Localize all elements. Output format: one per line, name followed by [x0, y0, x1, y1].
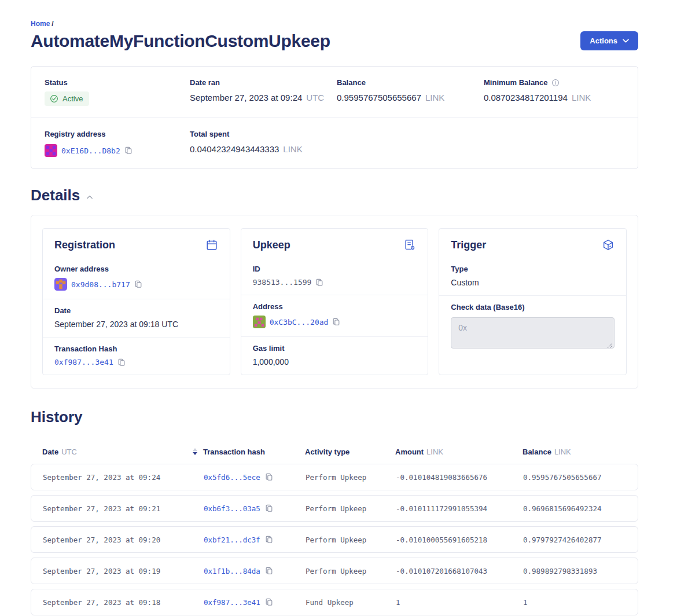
history-table-header: Date UTC Transaction hash Activity type … [31, 447, 638, 456]
total-spent-value: 0.04042324943443333 [190, 144, 279, 154]
collapse-details-button[interactable] [86, 194, 94, 200]
chevron-down-icon [623, 39, 629, 43]
copy-icon[interactable] [117, 358, 126, 366]
copy-icon[interactable] [265, 536, 273, 544]
breadcrumb-home-link[interactable]: Home [31, 20, 50, 28]
row-hash-link[interactable]: 0x1f1b...84da [204, 567, 260, 575]
copy-icon[interactable] [134, 280, 142, 288]
trigger-card: Trigger Type Custom Check data (Base16) [439, 228, 627, 375]
registration-date-value: September 27, 2023 at 09:18 UTC [54, 320, 178, 329]
row-amount: 1 [396, 598, 400, 607]
gas-limit-label: Gas limit [253, 344, 417, 353]
row-activity: Perform Upkeep [306, 536, 366, 544]
min-balance-unit: LINK [572, 93, 591, 102]
gas-limit-field: Gas limit 1,000,000 [241, 336, 428, 375]
cube-icon [602, 239, 615, 251]
actions-button[interactable]: Actions [580, 31, 638, 50]
row-date: September 27, 2023 at 09:24 [43, 473, 160, 482]
row-activity: Fund Upkeep [306, 598, 354, 607]
col-amount-suffix: LINK [426, 448, 443, 456]
registration-date-label: Date [54, 306, 218, 315]
upkeep-detail-page: Home/ AutomateMyFunctionCustomUpkeep Act… [0, 0, 699, 616]
col-date-suffix: UTC [61, 448, 77, 456]
owner-address-field: Owner address 0x9d08...b717 [43, 258, 230, 299]
row-amount: -0.010104819083665676 [396, 473, 487, 482]
table-row: September 27, 2023 at 09:19 0x1f1b...84d… [31, 558, 638, 584]
status-badge-text: Active [62, 94, 83, 103]
transaction-hash-field: Transaction Hash 0xf987...3e41 [43, 337, 230, 375]
row-amount: -0.010111172991055394 [396, 504, 487, 513]
breadcrumb-separator: / [51, 20, 53, 28]
row-amount: -0.010107201668107043 [396, 567, 487, 575]
row-balance: 0.9696815696492324 [523, 504, 601, 513]
row-hash-link[interactable]: 0xbf21...dc3f [204, 536, 260, 544]
actions-button-label: Actions [590, 36, 617, 45]
col-activity-label: Activity type [305, 448, 350, 456]
total-spent-label: Total spent [190, 130, 337, 138]
row-amount: -0.010100055691605218 [396, 536, 487, 544]
upkeep-id-value: 938513...1599 [253, 278, 312, 287]
upkeep-address-label: Address [253, 302, 417, 311]
row-hash-link[interactable]: 0xb6f3...03a5 [204, 504, 260, 513]
copy-icon[interactable] [265, 473, 273, 481]
min-balance-field: Minimum Balance 0.0870234817201194LINK [484, 78, 638, 106]
sort-up-icon [193, 448, 197, 451]
col-balance-suffix: LINK [554, 448, 571, 456]
owner-address-label: Owner address [54, 265, 218, 273]
row-hash-link[interactable]: 0xf987...3e41 [204, 598, 260, 607]
upkeep-card: Upkeep ID 938513...1599 Address 0xC3bC..… [241, 228, 429, 375]
copy-icon[interactable] [124, 146, 133, 155]
registration-card: Registration Owner address 0x9d08...b717… [42, 228, 230, 375]
upkeep-address-identicon [253, 316, 266, 328]
date-ran-field: Date ran September 27, 2023 at 09:24UTC [190, 78, 337, 106]
copy-icon[interactable] [265, 504, 273, 512]
col-amount-label: Amount [395, 448, 424, 456]
owner-address-link[interactable]: 0x9d08...b717 [71, 280, 130, 289]
upkeep-card-title: Upkeep [253, 239, 290, 251]
overview-panel: Status Active Date ran September 27, 202… [31, 66, 638, 169]
total-spent-field: Total spent 0.04042324943443333LINK [190, 130, 337, 157]
calendar-icon [205, 239, 218, 251]
trigger-type-value: Custom [451, 278, 479, 287]
copy-icon[interactable] [332, 318, 340, 326]
page-title: AutomateMyFunctionCustomUpkeep [31, 31, 330, 51]
copy-icon[interactable] [265, 567, 273, 575]
chevron-up-icon [87, 195, 93, 199]
check-data-input[interactable] [451, 317, 615, 349]
total-spent-unit: LINK [283, 144, 302, 154]
col-balance-label: Balance [523, 448, 551, 456]
sort-date-button[interactable] [192, 447, 198, 456]
balance-unit: LINK [425, 93, 444, 102]
upkeep-id-field: ID 938513...1599 [241, 258, 428, 295]
details-panel: Registration Owner address 0x9d08...b717… [31, 215, 638, 388]
date-ran-label: Date ran [190, 78, 337, 87]
row-date: September 27, 2023 at 09:18 [43, 598, 160, 607]
registry-address-link[interactable]: 0xE16D...D8b2 [61, 146, 120, 155]
row-date: September 27, 2023 at 09:21 [43, 504, 160, 513]
registration-date-field: Date September 27, 2023 at 09:18 UTC [43, 299, 230, 337]
copy-icon[interactable] [315, 278, 323, 287]
check-circle-icon [50, 94, 58, 103]
min-balance-value: 0.0870234817201194 [484, 93, 568, 102]
balance-field: Balance 0.9595767505655667LINK [337, 78, 484, 106]
transaction-hash-link[interactable]: 0xf987...3e41 [54, 358, 113, 366]
check-data-label: Check data (Base16) [451, 303, 615, 311]
table-row: September 27, 2023 at 09:20 0xbf21...dc3… [31, 526, 638, 553]
registration-card-title: Registration [54, 239, 115, 251]
copy-icon[interactable] [265, 598, 273, 606]
upkeep-address-link[interactable]: 0xC3bC...20ad [270, 318, 329, 327]
balance-value: 0.9595767505655667 [337, 93, 421, 102]
trigger-type-field: Type Custom [439, 258, 626, 295]
registry-identicon [45, 144, 57, 157]
row-hash-link[interactable]: 0x5fd6...5ece [204, 473, 260, 482]
min-balance-label: Minimum Balance [484, 78, 548, 87]
date-ran-suffix: UTC [306, 93, 324, 102]
row-activity: Perform Upkeep [306, 567, 366, 575]
check-data-field: Check data (Base16) [439, 295, 626, 359]
status-badge: Active [45, 91, 89, 106]
row-balance: 0.9797927426402877 [523, 536, 601, 544]
registry-address-label: Registry address [45, 130, 190, 138]
history-heading: History [31, 408, 83, 426]
row-activity: Perform Upkeep [306, 504, 366, 513]
info-icon[interactable] [551, 79, 560, 87]
